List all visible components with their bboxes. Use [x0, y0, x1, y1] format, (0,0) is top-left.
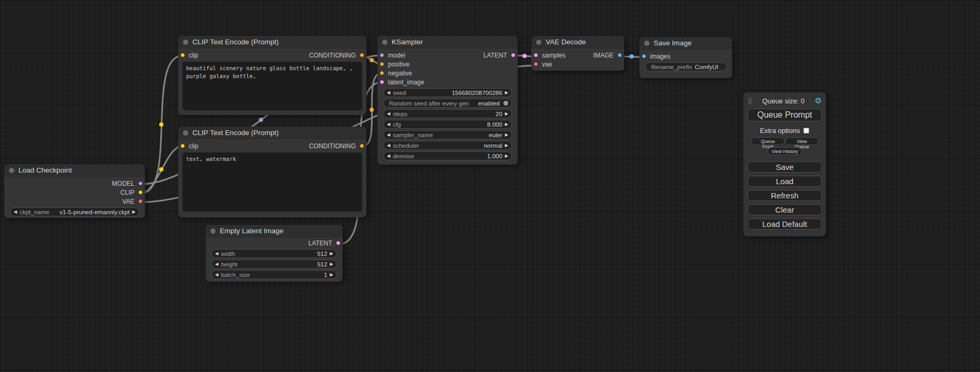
node-title: Load Checkpoint — [18, 166, 72, 174]
arrow-right-icon[interactable]: ▶ — [330, 273, 333, 277]
node-title-bar[interactable]: Empty Latent Image — [206, 225, 343, 237]
wire-conditioning-positive-midpoint-dot — [370, 58, 374, 62]
input-dot-clip[interactable] — [180, 144, 185, 148]
input-dot-negative[interactable] — [380, 71, 384, 75]
node-title-bar[interactable]: CLIP Text Encode (Prompt) — [178, 127, 366, 139]
widget-name: batch_size — [221, 272, 250, 278]
widget-ckpt-name[interactable]: ◀ ckpt_name v1-5-pruned-emaonly.ckpt ▶ — [10, 207, 139, 216]
node-ksampler[interactable]: KSampler model LATENT positive negative … — [377, 36, 518, 165]
arrow-right-icon[interactable]: ▶ — [505, 144, 508, 148]
widget-seed[interactable]: ◀ seed 156680208700286 ▶ — [383, 88, 512, 97]
arrow-right-icon[interactable]: ▶ — [505, 91, 508, 95]
drag-handle-icon[interactable]: ⣿ — [748, 97, 752, 104]
widget-random-seed-toggle[interactable]: Random seed after every gen enabled — [383, 99, 512, 108]
node-load-checkpoint[interactable]: Load Checkpoint MODEL CLIP VAE ◀ ckpt_na… — [4, 164, 145, 218]
node-vae-decode[interactable]: VAE Decode samples IMAGE vae — [531, 36, 624, 71]
node-empty-latent-image[interactable]: Empty Latent Image LATENT ◀ width 512 ▶ … — [206, 225, 343, 282]
widget-filename-prefix[interactable]: filename_prefix ComfyUI — [645, 62, 726, 71]
node-title-bar[interactable]: KSampler — [377, 36, 518, 49]
input-dot-latent-image[interactable] — [380, 80, 384, 84]
node-title-bar[interactable]: CLIP Text Encode (Prompt) — [178, 36, 366, 49]
output-dot-clip[interactable] — [138, 190, 143, 195]
load-button[interactable]: Load — [748, 176, 822, 187]
widget-sampler-name[interactable]: ◀ sampler_name euler ▶ — [383, 130, 512, 139]
input-dot-clip[interactable] — [180, 53, 185, 58]
arrow-right-icon[interactable]: ▶ — [330, 262, 333, 266]
load-default-button[interactable]: Load Default — [748, 218, 822, 230]
output-dot-vae[interactable] — [138, 199, 143, 204]
output-dot-latent[interactable] — [336, 241, 341, 245]
arrow-right-icon[interactable]: ▶ — [505, 112, 508, 116]
output-dot-model[interactable] — [138, 181, 143, 186]
input-slot-vae: vae — [531, 60, 624, 69]
output-dot-conditioning[interactable] — [360, 53, 364, 58]
output-dot-image[interactable] — [617, 53, 622, 58]
save-button[interactable]: Save — [748, 161, 822, 173]
output-slot-clip: CLIP — [4, 188, 145, 197]
slot-row: clip CONDITIONING — [178, 141, 366, 150]
node-title-bar[interactable]: Load Checkpoint — [4, 164, 145, 177]
widget-denoise[interactable]: ◀ denoise 1.000 ▶ — [383, 151, 512, 160]
node-title-bar[interactable]: Save Image — [639, 37, 732, 50]
widget-height[interactable]: ◀ height 512 ▶ — [211, 260, 337, 269]
arrow-left-icon[interactable]: ◀ — [14, 210, 17, 214]
extra-options-row: Extra options — [748, 126, 822, 135]
widget-cfg[interactable]: ◀ cfg 8.000 ▶ — [383, 120, 512, 129]
node-collapse-dot[interactable] — [9, 168, 14, 173]
widget-batch-size[interactable]: ◀ batch_size 1 ▶ — [211, 270, 337, 279]
queue-front-button[interactable]: Queue Front — [751, 137, 785, 145]
node-clip-text-encode-positive[interactable]: CLIP Text Encode (Prompt) clip CONDITION… — [178, 36, 366, 115]
arrow-right-icon[interactable]: ▶ — [132, 210, 135, 214]
extra-options-checkbox[interactable] — [803, 128, 809, 133]
arrow-right-icon[interactable]: ▶ — [505, 133, 508, 137]
input-dot-samples[interactable] — [533, 53, 538, 58]
output-slot-image: IMAGE — [593, 52, 622, 59]
menu-header: ⣿ Queue size: 0 ⚙ — [748, 96, 822, 106]
arrow-left-icon[interactable]: ◀ — [215, 262, 218, 266]
output-dot-conditioning[interactable] — [360, 144, 364, 148]
arrow-left-icon[interactable]: ◀ — [215, 252, 218, 256]
arrow-left-icon[interactable]: ◀ — [387, 133, 390, 137]
arrow-right-icon[interactable]: ▶ — [330, 252, 333, 256]
node-title-bar[interactable]: VAE Decode — [531, 36, 624, 49]
arrow-left-icon[interactable]: ◀ — [387, 112, 390, 116]
node-collapse-dot[interactable] — [644, 41, 649, 46]
slot-label: images — [650, 53, 671, 60]
queue-prompt-button[interactable]: Queue Prompt — [748, 109, 822, 121]
node-save-image[interactable]: Save Image images filename_prefix ComfyU… — [639, 37, 732, 78]
refresh-button[interactable]: Refresh — [748, 190, 822, 201]
output-dot-latent[interactable] — [511, 53, 516, 58]
node-collapse-dot[interactable] — [382, 40, 387, 45]
clear-button[interactable]: Clear — [748, 204, 822, 215]
node-collapse-dot[interactable] — [536, 40, 541, 45]
input-dot-positive[interactable] — [380, 62, 384, 66]
arrow-left-icon[interactable]: ◀ — [387, 154, 390, 158]
settings-gear-icon[interactable]: ⚙ — [815, 96, 822, 106]
input-dot-images[interactable] — [642, 54, 646, 59]
widget-scheduler[interactable]: ◀ scheduler normal ▶ — [383, 141, 512, 150]
wire-clip-negative-midpoint-dot — [159, 167, 163, 171]
arrow-right-icon[interactable]: ▶ — [505, 122, 508, 127]
view-queue-button[interactable]: View Queue — [785, 137, 819, 145]
prompt-textarea[interactable]: text, watermark — [182, 152, 362, 212]
slot-label: LATENT — [308, 240, 332, 247]
toggle-dot[interactable] — [503, 101, 508, 106]
arrow-left-icon[interactable]: ◀ — [387, 122, 390, 127]
input-dot-model[interactable] — [380, 53, 384, 58]
arrow-left-icon[interactable]: ◀ — [387, 144, 390, 148]
view-history-button[interactable]: View History — [768, 147, 802, 155]
widget-width[interactable]: ◀ width 512 ▶ — [211, 249, 337, 258]
prompt-textarea[interactable]: beautiful scenery nature glass bottle la… — [182, 62, 362, 110]
node-collapse-dot[interactable] — [183, 40, 188, 45]
wire-model-midpoint-dot — [259, 118, 263, 122]
widget-steps[interactable]: ◀ steps 20 ▶ — [383, 109, 512, 118]
arrow-left-icon[interactable]: ◀ — [215, 273, 218, 277]
arrow-right-icon[interactable]: ▶ — [505, 154, 508, 158]
widget-name: width — [221, 251, 235, 257]
node-clip-text-encode-negative[interactable]: CLIP Text Encode (Prompt) clip CONDITION… — [178, 127, 366, 217]
input-dot-vae[interactable] — [533, 62, 538, 66]
node-collapse-dot[interactable] — [183, 130, 188, 136]
arrow-left-icon[interactable]: ◀ — [387, 91, 390, 95]
widget-value: 20 — [496, 111, 502, 117]
node-collapse-dot[interactable] — [210, 228, 216, 234]
